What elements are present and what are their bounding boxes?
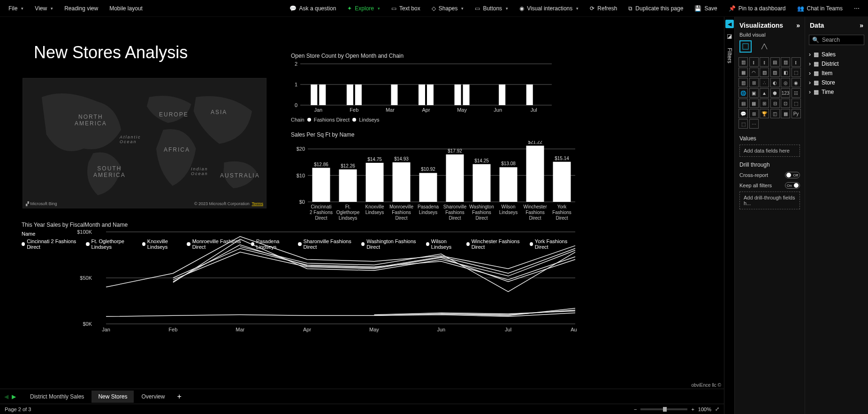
keep-filters-toggle[interactable]: On [785,182,800,189]
cross-report-toggle[interactable]: Off [785,172,800,178]
save-button[interactable]: 💾Save [690,3,722,14]
viz-type-button[interactable]: 💬 [739,109,748,118]
svg-text:Direct: Direct [556,215,568,221]
viz-type-button[interactable]: ⊞ [760,99,769,108]
svg-text:$17.92: $17.92 [448,148,462,153]
viz-type-button[interactable]: 🏆 [760,109,769,118]
tab-district-monthly-sales[interactable]: District Monthly Sales [23,391,91,403]
viz-type-button[interactable]: ▦ [749,99,759,108]
expand-pane-button[interactable]: » [796,22,800,29]
viz-type-button[interactable]: ◧ [781,68,790,77]
viz-type-button[interactable]: ◐ [770,78,780,87]
viz-type-button[interactable]: ▦ [739,68,748,77]
page-indicator: Page 2 of 3 [5,406,31,412]
viz-type-button[interactable]: ∴ [760,78,769,87]
viz-type-button[interactable]: ⊞ [749,78,759,87]
data-search-input[interactable]: 🔍 Search [809,35,864,45]
viz-type-button[interactable]: ⫿ [749,57,759,67]
report-canvas[interactable]: New Stores Analysis NORTH AMERICA SOUTH … [0,17,724,389]
filters-label[interactable]: Filters [726,48,733,63]
file-menu[interactable]: File [4,3,28,14]
reading-view-button[interactable]: Reading view [60,3,103,14]
mobile-layout-button[interactable]: Mobile layout [105,3,147,14]
data-table-node[interactable]: ›▦Store [809,78,864,87]
map-visual[interactable]: NORTH AMERICA SOUTH AMERICA EUROPE AFRIC… [23,78,266,208]
svg-text:Pasadena: Pasadena [418,204,439,209]
viz-type-button[interactable]: ⊞ [749,109,759,118]
more-options-button[interactable]: ⋯ [849,3,864,14]
viz-type-button[interactable]: ▥ [739,57,748,67]
buttons-menu[interactable]: ▭Buttons [470,3,513,14]
viz-type-button[interactable]: ▦ [781,109,790,118]
viz-type-button[interactable]: ▣ [749,88,759,98]
viz-type-button[interactable]: ▧ [760,68,769,77]
viz-type-button[interactable]: ⬢ [770,88,780,98]
values-drop-zone[interactable]: Add data fields here [739,145,800,157]
viz-type-button[interactable]: ☷ [792,88,801,98]
viz-type-button[interactable]: ⬚ [792,68,801,77]
view-menu[interactable]: View [30,3,58,14]
refresh-button[interactable]: ⟳Refresh [585,3,622,14]
viz-type-button[interactable]: ▤ [770,57,780,67]
drill-through-drop-zone[interactable]: Add drill-through fields h... [739,192,800,209]
ask-question-button[interactable]: 💬Ask a question [285,3,341,14]
viz-type-button[interactable]: ⫿ [760,57,769,67]
zoom-out-button[interactable]: − [634,406,637,412]
viz-type-button[interactable]: ⬚ [792,99,801,108]
data-table-node[interactable]: ›▦Time [809,87,864,97]
this-year-sales-chart[interactable]: This Year Sales by FiscalMonth and Name … [22,222,577,341]
filters-icon: ◪ [727,33,732,39]
viz-type-button[interactable]: 🌐 [739,88,748,98]
svg-text:$14.75: $14.75 [367,157,382,162]
viz-type-button[interactable]: ◠ [749,68,759,77]
svg-text:Jul: Jul [505,327,511,332]
viz-type-button[interactable]: ▥ [781,57,790,67]
viz-type-button[interactable]: ▲ [760,88,769,98]
format-visual-tab[interactable] [758,40,770,53]
svg-text:Apr: Apr [303,327,311,332]
refresh-icon: ⟳ [590,5,594,12]
viz-type-button[interactable]: ⊡ [781,99,790,108]
fit-page-button[interactable]: ⤢ [715,406,719,412]
build-visual-tab[interactable] [739,40,752,53]
svg-rect-8 [319,84,326,105]
viz-type-button[interactable]: Py [792,109,801,118]
open-store-count-chart[interactable]: Open Store Count by Open Month and Chain… [291,53,553,123]
textbox-button[interactable]: ▭Text box [387,3,425,14]
data-table-node[interactable]: ›▦Item [809,69,864,78]
svg-text:0: 0 [295,102,297,108]
viz-type-button[interactable]: ◫ [770,109,780,118]
viz-type-button[interactable]: ⋯ [749,119,759,129]
add-page-button[interactable]: + [172,392,186,401]
next-page-button[interactable]: ▶ [10,393,17,400]
viz-type-button[interactable]: ⊟ [770,99,780,108]
viz-type-button[interactable]: 123 [781,88,790,98]
data-table-node[interactable]: ›▦District [809,59,864,69]
zoom-slider[interactable] [640,408,687,410]
values-section-title: Values [735,131,805,144]
viz-type-button[interactable]: ◎ [781,78,790,87]
explore-menu[interactable]: ✦Explore [343,3,385,14]
data-table-node[interactable]: ›▦Sales [809,50,864,59]
shapes-menu[interactable]: ◇Shapes [427,3,469,14]
map-label-atlantic: Atlantic Ocean [120,135,141,144]
chat-teams-button[interactable]: 👥Chat in Teams [792,3,847,14]
viz-type-button[interactable]: ▤ [739,99,748,108]
tab-new-stores[interactable]: New Stores [91,391,134,403]
viz-type-button[interactable]: ◉ [792,78,801,87]
pin-dashboard-button[interactable]: 📌Pin to a dashboard [724,3,791,14]
prev-page-button[interactable]: ◀ [3,393,9,400]
expand-pane-button[interactable]: » [860,22,863,29]
visual-interactions-menu[interactable]: ◉Visual interactions [515,3,583,14]
viz-type-button[interactable]: ⬚ [739,119,748,129]
svg-text:$100K: $100K [77,230,92,235]
viz-type-button[interactable]: ⫿ [792,57,801,67]
viz-type-button[interactable]: ▨ [770,68,780,77]
zoom-in-button[interactable]: + [691,406,694,412]
expand-filters-button[interactable]: ◀ [725,20,734,28]
sales-per-sqft-chart[interactable]: Sales Per Sq Ft by Name $0$10$20$12.86Ci… [291,131,577,233]
tab-overview[interactable]: Overview [135,391,171,403]
map-terms-link[interactable]: Terms [252,201,264,206]
viz-type-button[interactable]: ▥ [739,78,748,87]
duplicate-page-button[interactable]: ⧉Duplicate this page [624,3,688,14]
